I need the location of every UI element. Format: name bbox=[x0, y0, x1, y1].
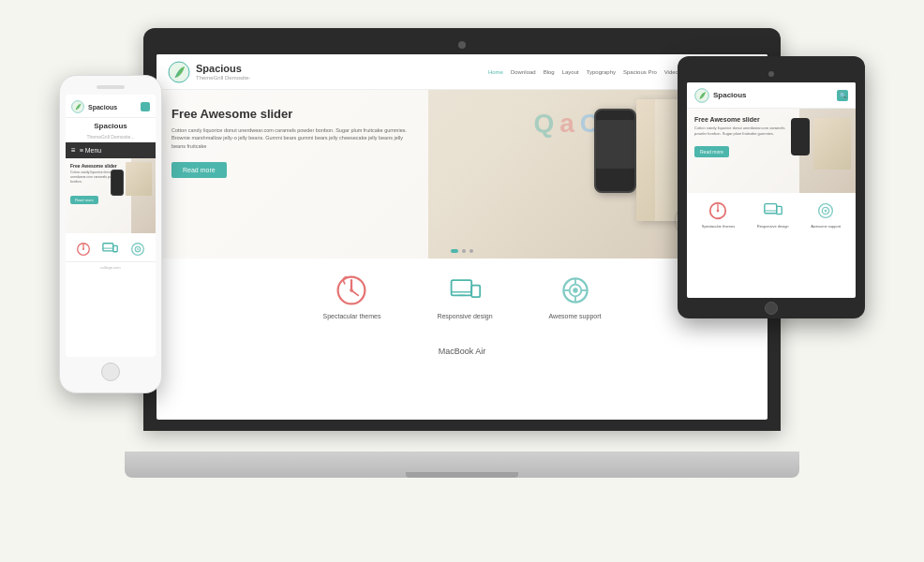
tablet-search-button[interactable]: 🔍 bbox=[837, 90, 848, 101]
hero-letter-a: a bbox=[559, 109, 574, 139]
phone-features bbox=[66, 233, 156, 261]
slider-dot-active[interactable] bbox=[451, 249, 458, 253]
phone-tagline: ThemeGrill Demosite... bbox=[66, 134, 156, 142]
tablet-screen: Spacious 🔍 Free Awesome slider Cotton ca… bbox=[687, 82, 856, 298]
site-name: Spacious ThemeGrill Demosite- bbox=[196, 63, 250, 81]
tablet-hero: Free Awesome slider Cotton candy liquori… bbox=[687, 109, 856, 193]
tablet-feature-2: Responsive design bbox=[757, 200, 789, 229]
phone-responsive-icon bbox=[102, 241, 119, 258]
svg-rect-26 bbox=[113, 245, 118, 251]
nav-typography[interactable]: Typography bbox=[587, 69, 616, 75]
phone-search-button[interactable] bbox=[141, 102, 150, 111]
nav-layout[interactable]: Layout bbox=[562, 69, 579, 75]
svg-rect-25 bbox=[103, 244, 113, 251]
nav-home[interactable]: Home bbox=[488, 69, 503, 75]
macbook-camera bbox=[458, 41, 466, 49]
phone-site-name: Spacious bbox=[66, 118, 156, 134]
phone-support-icon bbox=[129, 241, 146, 258]
scene: Spacious ThemeGrill Demosite- Home Downl… bbox=[59, 19, 865, 543]
phone-menu-label: ≡ Menu bbox=[80, 147, 102, 154]
phone-site-title-text: Spacious bbox=[88, 104, 117, 111]
tablet-site-title-text: Spacious bbox=[713, 91, 747, 99]
tablet-hero-btn[interactable]: Read more bbox=[694, 146, 729, 157]
svg-point-21 bbox=[825, 210, 827, 213]
tablet-phone-img bbox=[791, 118, 810, 155]
tablet-feature-label-2: Responsive design bbox=[757, 224, 789, 229]
site-features: Spectacular themes Responsive design bbox=[156, 259, 768, 343]
macbook-base bbox=[125, 451, 799, 478]
site-tagline-text: ThemeGrill Demosite- bbox=[196, 75, 250, 81]
hero-letter-q: Q bbox=[533, 109, 554, 139]
feature-item-2: Responsive design bbox=[437, 274, 492, 335]
hero-text: Cotton candy liquorice donut unerdwear.c… bbox=[171, 126, 413, 150]
tablet-home-button[interactable] bbox=[765, 302, 778, 315]
phone-hamburger-icon: ≡ bbox=[71, 146, 76, 155]
phone-device: Spacious Spacious ThemeGrill Demosite...… bbox=[59, 75, 162, 393]
phone-mini-phone bbox=[111, 170, 124, 196]
feature-responsive-icon bbox=[448, 274, 482, 307]
phone-logo-icon bbox=[71, 100, 84, 113]
hero-letters: Q a C bbox=[533, 109, 599, 139]
feature-label-1: Spectacular themes bbox=[323, 313, 381, 319]
phone-menu-bar[interactable]: ≡ ≡ Menu bbox=[66, 142, 156, 158]
feature-item-1: Spectacular themes bbox=[323, 274, 381, 335]
phone-hero-btn[interactable]: Read more bbox=[70, 196, 98, 204]
phone-speaker bbox=[97, 85, 125, 89]
svg-rect-17 bbox=[776, 206, 782, 214]
site-logo: Spacious ThemeGrill Demosite- bbox=[168, 61, 250, 83]
hero-slider-dots bbox=[451, 249, 473, 253]
tablet-feature-1: Spectacular themes bbox=[702, 200, 735, 229]
phone-hero: Free Awesome slider Cotton candy liquori… bbox=[66, 158, 156, 233]
tablet-features: Spectacular themes Responsive design bbox=[687, 193, 856, 236]
phone-feature-1 bbox=[75, 241, 92, 258]
hero-phone-mockup bbox=[594, 109, 636, 193]
tablet-hero-text: Cotton candy liquorice donut unerdwear.c… bbox=[694, 126, 792, 136]
tablet-feature-3: Awesome support bbox=[811, 200, 841, 229]
tablet-feature-label-3: Awesome support bbox=[811, 224, 841, 229]
macbook-screen: Spacious ThemeGrill Demosite- Home Downl… bbox=[156, 54, 768, 420]
phone-screen: Spacious Spacious ThemeGrill Demosite...… bbox=[66, 95, 156, 357]
macbook-model-label: MacBook Air bbox=[156, 343, 768, 362]
tablet-camera bbox=[768, 71, 774, 77]
tablet-outer: Spacious 🔍 Free Awesome slider Cotton ca… bbox=[678, 56, 865, 318]
tablet-speed-icon bbox=[708, 200, 728, 221]
hero-devices bbox=[594, 109, 636, 193]
nav-spacious-pro[interactable]: Spacious Pro bbox=[623, 69, 657, 75]
slider-dot-1[interactable] bbox=[462, 249, 466, 253]
tablet-book-img bbox=[813, 118, 851, 170]
svg-point-30 bbox=[137, 248, 139, 250]
nav-blog[interactable]: Blog bbox=[544, 69, 555, 75]
phone-speed-icon bbox=[75, 241, 92, 258]
svg-point-5 bbox=[350, 288, 354, 292]
hero-title: Free Awesome slider bbox=[171, 107, 413, 121]
tablet-feature-label-1: Spectacular themes bbox=[702, 224, 735, 229]
phone-feature-2 bbox=[102, 241, 119, 258]
tablet-logo-icon bbox=[694, 88, 709, 103]
tablet-responsive-icon bbox=[763, 200, 783, 221]
feature-support-icon bbox=[559, 274, 592, 307]
tablet-hero-devices bbox=[791, 118, 851, 170]
phone-url-bar: college.com bbox=[66, 261, 156, 273]
site-hero: Free Awesome slider Cotton candy liquori… bbox=[156, 90, 768, 259]
slider-dot-2[interactable] bbox=[469, 249, 473, 253]
svg-rect-7 bbox=[471, 286, 480, 298]
nav-download[interactable]: Download bbox=[511, 69, 536, 75]
site-title-text: Spacious bbox=[196, 63, 250, 75]
tablet-hero-title: Free Awesome slider bbox=[694, 116, 792, 123]
svg-point-15 bbox=[717, 210, 720, 213]
phone-outer: Spacious Spacious ThemeGrill Demosite...… bbox=[59, 75, 162, 393]
phone-mini-book bbox=[126, 162, 152, 196]
svg-rect-6 bbox=[452, 280, 472, 295]
phone-header: Spacious bbox=[66, 95, 156, 118]
feature-speed-icon bbox=[335, 274, 368, 307]
feature-label-2: Responsive design bbox=[437, 313, 492, 319]
svg-rect-16 bbox=[765, 204, 777, 214]
phone-feature-3 bbox=[129, 241, 146, 258]
svg-point-12 bbox=[573, 288, 577, 292]
hero-cta-button[interactable]: Read more bbox=[171, 162, 227, 178]
tablet-support-icon bbox=[815, 200, 836, 221]
svg-point-24 bbox=[82, 248, 84, 250]
tablet-site-name: Spacious bbox=[713, 91, 747, 99]
feature-item-3: Awesome support bbox=[549, 274, 602, 335]
phone-home-button[interactable] bbox=[101, 362, 120, 381]
